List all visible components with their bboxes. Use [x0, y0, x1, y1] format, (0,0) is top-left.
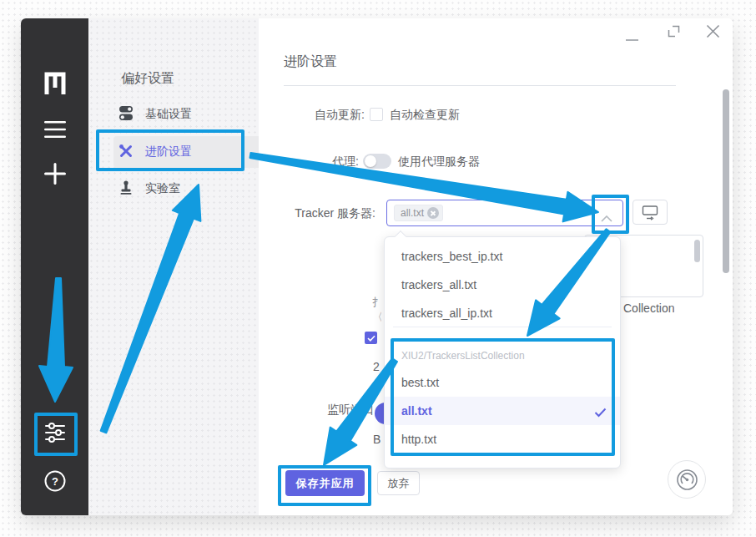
svg-text:?: ?	[52, 475, 58, 488]
discard-button[interactable]: 放弃	[377, 471, 420, 495]
selected-tag: all.txt	[394, 205, 443, 221]
proxy-option-label: 使用代理服务器	[398, 153, 480, 170]
hint-fragment: 扌	[372, 295, 381, 310]
chevron-up-icon[interactable]	[601, 210, 612, 225]
sync-trackers-button[interactable]	[633, 200, 668, 225]
divider	[284, 85, 676, 86]
proxy-label: 代理:	[259, 153, 359, 170]
auto-update-label: 自动更新:	[259, 106, 365, 123]
tracker-dropdown: trackers_best_ip.txt trackers_all.txt tr…	[384, 236, 621, 469]
main-scrollbar[interactable]	[723, 89, 729, 273]
speed-gauge-button[interactable]	[668, 460, 706, 499]
auto-update-checkbox[interactable]	[370, 108, 383, 121]
sync-text-fragment: 2	[373, 360, 382, 373]
motrix-logo-icon	[21, 67, 88, 95]
task-list-icon[interactable]	[21, 120, 88, 139]
listen-port-label: 监听端口	[259, 401, 374, 418]
bt-text-fragment: B	[373, 433, 383, 446]
textarea-scrollbar[interactable]	[694, 240, 700, 262]
tools-icon	[118, 144, 134, 161]
proxy-toggle[interactable]	[363, 154, 391, 169]
close-button[interactable]	[706, 24, 720, 42]
nav-rail: ?	[21, 18, 88, 515]
tag-remove-icon[interactable]	[427, 207, 439, 219]
sidebar-item-basic-settings[interactable]: 基础设置	[118, 99, 265, 130]
tag-label: all.txt	[401, 207, 424, 219]
dropdown-item[interactable]: trackers_all_ip.txt	[385, 299, 620, 327]
page-title: 进阶设置	[284, 53, 337, 71]
auto-update-option-label: 自动检查更新	[390, 106, 460, 123]
sidebar-item-advanced-settings[interactable]: 进阶设置	[113, 136, 265, 168]
preferences-sidebar: 偏好设置 基础设置 进阶设置 实验室	[88, 18, 259, 515]
save-button[interactable]: 保存并应用	[285, 470, 365, 496]
dropdown-group-label: XIU2/TrackersListCollection	[385, 346, 620, 366]
maximize-button[interactable]	[668, 25, 680, 41]
help-icon[interactable]: ?	[21, 470, 88, 492]
sidebar-item-label: 基础设置	[145, 107, 192, 122]
minimize-button[interactable]	[626, 30, 638, 45]
dropdown-item-selected[interactable]: all.txt	[385, 397, 620, 425]
tracker-select[interactable]: all.txt	[386, 200, 623, 226]
dropdown-divider	[393, 327, 612, 327]
dropdown-item[interactable]: trackers_all.txt	[385, 271, 620, 299]
sidebar-item-lab[interactable]: 实验室	[118, 173, 265, 205]
sidebar-title: 偏好设置	[121, 70, 174, 88]
preferences-icon[interactable]	[21, 421, 88, 444]
check-icon	[594, 406, 607, 421]
lab-stamp-icon	[118, 180, 134, 198]
app-window: ? 偏好设置 基础设置 进阶设置 实验室	[21, 18, 733, 515]
screen: ? 偏好设置 基础设置 进阶设置 实验室	[0, 0, 756, 537]
toggles-icon	[118, 105, 134, 124]
dropdown-item[interactable]: trackers_best_ip.txt	[385, 242, 620, 271]
add-task-icon[interactable]	[21, 161, 88, 186]
dropdown-item[interactable]: http.txt	[385, 425, 620, 453]
sidebar-item-label: 进阶设置	[145, 144, 192, 160]
dropdown-item[interactable]: best.txt	[385, 368, 620, 397]
tracker-label: Tracker 服务器:	[259, 205, 375, 221]
sync-checkbox-checked[interactable]	[365, 332, 377, 344]
toggle-knob	[365, 155, 376, 167]
collection-link-fragment: Collection	[623, 301, 674, 315]
hint-fragment: 〈	[372, 310, 381, 325]
sidebar-item-label: 实验室	[145, 181, 180, 196]
